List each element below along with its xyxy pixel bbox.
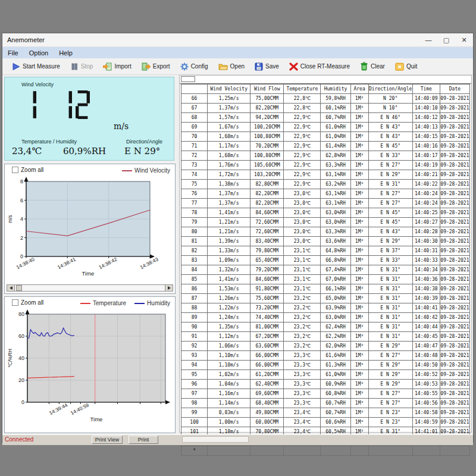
table-cell[interactable]: 22,9℃ — [284, 132, 321, 142]
table-cell[interactable]: 1M² — [350, 237, 368, 246]
table-cell[interactable]: 75 — [181, 180, 208, 189]
table-cell[interactable]: 1M² — [350, 104, 368, 113]
table-cell[interactable]: 14:40:56 — [412, 399, 440, 408]
table-cell[interactable]: E N 45° — [368, 218, 412, 227]
table-cell[interactable]: 1,39m/s — [208, 237, 250, 246]
toolbar-start-measure-button[interactable]: Start Measure — [12, 62, 60, 71]
table-row[interactable]: 971,16m/s69,60CMM23,3℃60,8%RH1M²E N 27°1… — [181, 389, 470, 399]
table-cell[interactable]: 09-28-2021 — [440, 113, 469, 123]
table-cell[interactable]: 62,40CMM — [250, 380, 284, 389]
table-cell[interactable]: 1,53m/s — [208, 284, 250, 294]
table-cell[interactable]: 100 — [181, 418, 208, 427]
table-cell[interactable]: 14:40:24 — [412, 199, 440, 208]
table-cell[interactable]: 14:40:24 — [412, 189, 440, 199]
toolbar-close-rt-measure-button[interactable]: Close RT-Measure — [289, 62, 350, 71]
table-cell[interactable]: 1M² — [350, 303, 368, 313]
table-cell[interactable]: 23,1℃ — [284, 256, 321, 265]
table-cell[interactable]: 09-28-2021 — [440, 170, 469, 180]
table-cell[interactable]: 23,0℃ — [284, 227, 321, 237]
table-cell[interactable]: 23,0℃ — [284, 199, 321, 208]
table-cell[interactable]: 95 — [181, 370, 208, 380]
table-cell[interactable]: 23,3℃ — [284, 399, 321, 408]
table-cell[interactable]: 1M² — [350, 418, 368, 427]
table-cell[interactable]: 100,80CMM — [250, 151, 284, 161]
table-row[interactable]: 871,26m/s75,60CMM23,2℃65,0%RH1M²E N 31°1… — [181, 294, 470, 303]
table-cell[interactable]: E N 27° — [368, 351, 412, 361]
table-row[interactable]: 821,33m/s79,80CMM23,1℃64,8%RH1M²E N 37°1… — [181, 246, 470, 256]
scroll-track[interactable] — [15, 285, 165, 291]
toolbar-config-button[interactable]: Config — [180, 62, 208, 71]
table-cell[interactable]: 14:40:17 — [412, 151, 440, 161]
table-cell[interactable]: 14:40:31 — [412, 246, 440, 256]
table-cell[interactable]: 65,0%RH — [321, 294, 350, 303]
table-cell[interactable]: 60,8%RH — [321, 389, 350, 399]
table-cell[interactable]: 09-28-2021 — [440, 227, 469, 237]
table-cell[interactable]: 23,2℃ — [284, 294, 321, 303]
table-cell[interactable]: 1,09m/s — [208, 256, 250, 265]
table-cell[interactable]: 78 — [181, 208, 208, 218]
table-cell[interactable]: 98 — [181, 399, 208, 408]
table-cell[interactable]: 14:40:59 — [412, 418, 440, 427]
table-cell[interactable]: 14:40:38 — [412, 284, 440, 294]
table-cell[interactable]: 09-28-2021 — [440, 246, 469, 256]
table-cell[interactable]: 60,7%RH — [321, 399, 350, 408]
table-cell[interactable]: 67 — [181, 104, 208, 113]
table-cell[interactable]: 1M² — [350, 142, 368, 151]
table-cell[interactable]: 09-28-2021 — [440, 361, 469, 370]
table-cell[interactable]: 60,7%RH — [321, 113, 350, 123]
table-cell[interactable]: 66,00CMM — [250, 351, 284, 361]
table-cell[interactable]: 09-28-2021 — [440, 208, 469, 218]
table-cell[interactable]: 09-28-2021 — [440, 218, 469, 227]
table-cell[interactable]: 1M² — [350, 180, 368, 189]
table-cell[interactable]: 82,20CMM — [250, 189, 284, 199]
table-cell[interactable]: 74,40CMM — [250, 313, 284, 322]
table-cell[interactable]: 63,0%RH — [321, 208, 350, 218]
table-cell[interactable]: 84 — [181, 265, 208, 275]
toolbar-stop-button[interactable]: Stop — [70, 62, 93, 71]
table-cell[interactable]: 105,60CMM — [250, 161, 284, 170]
table-cell[interactable]: 09-28-2021 — [440, 399, 469, 408]
table-cell[interactable]: E N 31° — [368, 284, 412, 294]
table-cell[interactable]: 22,9℃ — [284, 161, 321, 170]
table-cell[interactable]: 69 — [181, 123, 208, 132]
table-cell[interactable]: E N 31° — [368, 265, 412, 275]
table-cell[interactable]: 1,41m/s — [208, 208, 250, 218]
table-cell[interactable]: 14:40:41 — [412, 303, 440, 313]
table-cell[interactable]: E N 43° — [368, 123, 412, 132]
table-cell[interactable]: 1M² — [350, 361, 368, 370]
table-cell[interactable]: 09-28-2021 — [440, 94, 469, 104]
table-cell[interactable]: E N 27° — [368, 189, 412, 199]
table-cell[interactable]: 1M² — [350, 256, 368, 265]
table-cell[interactable]: 22,9℃ — [284, 151, 321, 161]
table-cell[interactable]: 63,3%RH — [321, 227, 350, 237]
table-cell[interactable]: 1,32m/s — [208, 265, 250, 275]
table-cell[interactable]: 81 — [181, 237, 208, 246]
table-cell[interactable]: 63,1%RH — [321, 170, 350, 180]
table-cell[interactable]: 1M² — [350, 199, 368, 208]
table-cell[interactable]: 22,9℃ — [284, 180, 321, 189]
table-cell[interactable]: 1,25m/s — [208, 94, 250, 104]
table-cell[interactable]: 23,3℃ — [284, 351, 321, 361]
table-row[interactable]: 841,32m/s79,20CMM23,1℃67,4%RH1M²E N 31°1… — [181, 265, 470, 275]
table-cell[interactable]: 23,0℃ — [284, 189, 321, 199]
table-cell[interactable]: 85 — [181, 275, 208, 284]
table-cell[interactable]: E N 27° — [368, 161, 412, 170]
table-cell[interactable]: 68 — [181, 113, 208, 123]
table-cell[interactable]: 22,9℃ — [284, 113, 321, 123]
table-cell[interactable]: 61,0%RH — [321, 123, 350, 132]
table-cell[interactable]: 63,1%RH — [321, 199, 350, 208]
toolbar-export-button[interactable]: Export — [142, 62, 170, 71]
table-cell[interactable]: 23,1℃ — [284, 284, 321, 294]
table-cell[interactable]: 22,8℃ — [284, 94, 321, 104]
table-cell[interactable]: 14:40:22 — [412, 180, 440, 189]
table-cell[interactable]: 14:40:28 — [412, 227, 440, 237]
table-cell[interactable]: 80 — [181, 227, 208, 237]
table-cell[interactable]: E N 27° — [368, 399, 412, 408]
table-cell[interactable]: 1,26m/s — [208, 294, 250, 303]
table-cell[interactable]: 09-28-2021 — [440, 370, 469, 380]
table-cell[interactable]: 09-28-2021 — [440, 199, 469, 208]
table-cell[interactable]: 1M² — [350, 322, 368, 332]
table-cell[interactable]: 1M² — [350, 370, 368, 380]
table-cell[interactable]: 82,20CMM — [250, 199, 284, 208]
table-cell[interactable]: 60,00CMM — [250, 418, 284, 427]
